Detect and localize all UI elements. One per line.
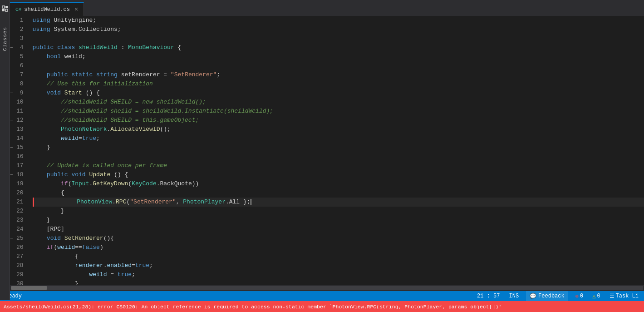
scrollbar-area: [10, 285, 644, 291]
line-number-4: −4: [10, 43, 27, 52]
status-right: 21 : 57 INS 💬 Feedback ⊗ 0 △ 0 ☰ Task Li: [475, 291, 640, 301]
ins-mode: INS: [507, 291, 521, 301]
error-count[interactable]: ⊗ 0: [574, 291, 585, 301]
code-line-25[interactable]: void SetRenderer(){: [33, 234, 644, 243]
line-number-10: −10: [10, 98, 27, 107]
error-bar: Assets/sheildWeild.cs(21,28): error CS01…: [0, 301, 644, 312]
line-number-1: 1: [10, 16, 27, 25]
code-line-28[interactable]: renderer.enabled=true;: [33, 261, 644, 270]
code-area: 123−45678−9−10−11−121314−151617−18192021…: [10, 16, 644, 285]
line-number-13: 13: [10, 125, 27, 134]
feedback-icon: 💬: [530, 293, 536, 300]
code-line-9[interactable]: void Start () {: [33, 89, 644, 98]
line-number-17: 17: [10, 161, 27, 170]
feedback-button[interactable]: 💬 Feedback: [526, 291, 568, 301]
line-number-24: 24: [10, 225, 27, 234]
svg-rect-3: [5, 9, 8, 11]
line-number-2: 2: [10, 25, 27, 34]
code-line-23[interactable]: }: [33, 216, 644, 225]
code-line-6[interactable]: [33, 61, 644, 70]
tab-filename: sheildWeild.cs: [24, 6, 70, 13]
line-number-12: −12: [10, 116, 27, 125]
line-number-9: −9: [10, 89, 27, 98]
active-tab[interactable]: C# sheildWeild.cs ×: [10, 2, 84, 16]
line-number-5: 5: [10, 52, 27, 61]
line-number-23: −23: [10, 216, 27, 225]
code-line-2[interactable]: using System.Collections;: [33, 25, 644, 34]
code-line-4[interactable]: public class sheildWeild : MonoBehaviour…: [33, 43, 644, 52]
code-line-27[interactable]: {: [33, 252, 644, 261]
code-line-24[interactable]: [RPC]: [33, 225, 644, 234]
code-line-15[interactable]: }: [33, 143, 644, 152]
line-number-20: 20: [10, 188, 27, 198]
line-number-22: 22: [10, 207, 27, 216]
scrollbar-thumb[interactable]: [11, 286, 47, 290]
feedback-label: Feedback: [538, 293, 565, 299]
line-number-15: −15: [10, 143, 27, 152]
line-number-11: −11: [10, 107, 27, 116]
line-number-14: 14: [10, 134, 27, 143]
sidebar-top-icon[interactable]: [1, 5, 9, 13]
line-number-29: 29: [10, 270, 27, 279]
code-line-19[interactable]: if(Input.GetKeyDown(KeyCode.BackQuote)): [33, 179, 644, 188]
error-count-label: 0: [580, 293, 583, 299]
code-line-8[interactable]: // Use this for initialization: [33, 79, 644, 89]
ins-label: INS: [509, 293, 519, 299]
line-number-27: 27: [10, 252, 27, 261]
scrollbar-track[interactable]: [11, 286, 643, 290]
line-number-16: 16: [10, 152, 27, 161]
svg-rect-0: [2, 6, 5, 8]
code-line-5[interactable]: bool weild;: [33, 52, 644, 61]
code-line-10[interactable]: //sheildWeild SHEILD = new sheildWeild()…: [33, 98, 644, 107]
error-message: Assets/sheildWeild.cs(21,28): error CS01…: [4, 304, 501, 310]
line-number-3: 3: [10, 34, 27, 43]
line-number-25: −25: [10, 234, 27, 243]
time-label: 21 : 57: [477, 293, 500, 299]
line-number-19: 19: [10, 179, 27, 188]
code-line-20[interactable]: {: [33, 188, 644, 198]
code-line-7[interactable]: public static string setRenderer = "SetR…: [33, 70, 644, 79]
code-line-12[interactable]: //sheildWeild SHEILD = this.gameObject;: [33, 116, 644, 125]
svg-rect-2: [2, 9, 5, 11]
code-line-22[interactable]: }: [33, 207, 644, 216]
status-bar: Ready 21 : 57 INS 💬 Feedback ⊗ 0 △ 0 ☰ T…: [0, 291, 644, 301]
warning-icon: △: [592, 293, 595, 300]
line-number-7: 7: [10, 70, 27, 79]
code-line-26[interactable]: if(weild==false): [33, 243, 644, 252]
svg-rect-1: [5, 6, 8, 8]
code-line-13[interactable]: PhotonNetwork.AllocateViewID();: [33, 125, 644, 134]
code-line-1[interactable]: using UnityEngine;: [33, 16, 644, 25]
tab-bar: C# sheildWeild.cs ×: [10, 0, 644, 16]
task-label: Task Li: [616, 293, 639, 299]
warning-count-label: 0: [597, 293, 600, 299]
code-line-21[interactable]: PhotonView.RPC("SetRenderer", PhotonPlay…: [33, 198, 644, 207]
line-numbers: 123−45678−9−10−11−121314−151617−18192021…: [10, 16, 31, 285]
code-content[interactable]: using UnityEngine;using System.Collectio…: [31, 16, 644, 285]
code-line-29[interactable]: weild = true;: [33, 270, 644, 279]
code-line-16[interactable]: [33, 152, 644, 161]
task-icon: ☰: [610, 293, 615, 300]
code-line-18[interactable]: public void Update () {: [33, 170, 644, 179]
line-number-21: 21: [10, 198, 27, 207]
line-number-18: −18: [10, 170, 27, 179]
code-line-30[interactable]: }: [33, 279, 644, 285]
editor-container: 123−45678−9−10−11−121314−151617−18192021…: [10, 16, 644, 285]
time-display: 21 : 57: [475, 291, 501, 301]
code-line-3[interactable]: [33, 34, 644, 43]
line-number-30: 30: [10, 279, 27, 285]
line-number-26: 26: [10, 243, 27, 252]
line-number-6: 6: [10, 61, 27, 70]
error-icon: ⊗: [575, 293, 579, 300]
task-list[interactable]: ☰ Task Li: [608, 291, 640, 301]
warning-count[interactable]: △ 0: [590, 291, 602, 301]
sidebar-strip: Classes: [0, 0, 10, 300]
code-line-11[interactable]: //sheildWeild sheild = sheildWeild.Insta…: [33, 107, 644, 116]
classes-label: Classes: [1, 25, 9, 53]
code-line-14[interactable]: weild=true;: [33, 134, 644, 143]
code-line-17[interactable]: // Update is called once per frame: [33, 161, 644, 170]
line-number-8: 8: [10, 79, 27, 89]
line-number-28: 28: [10, 261, 27, 270]
